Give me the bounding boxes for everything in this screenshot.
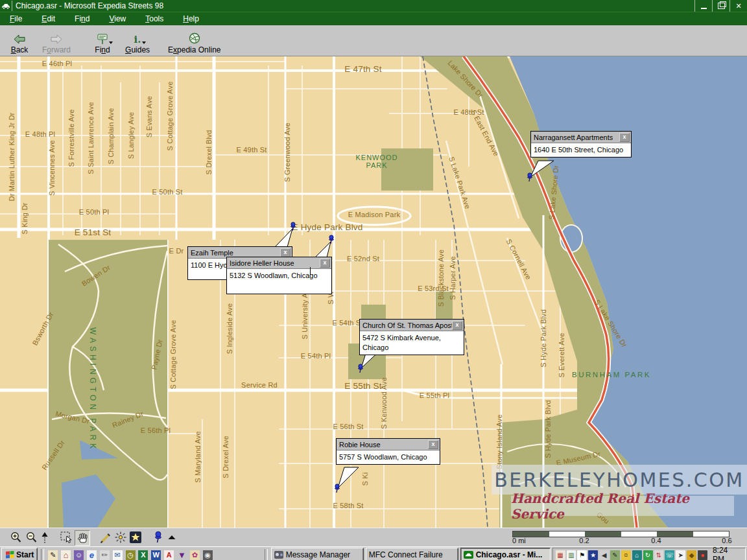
street-label: S Drexel Ave <box>222 436 230 478</box>
callout-address: 5757 S Woodlawn, Chicago <box>337 450 440 464</box>
media-icon[interactable]: ◉ <box>202 550 213 560</box>
taskbar: Start ✎ ⌂ ☺ e ✏ ✉ ◷ X W A ▼ ✿ ◉ Message … <box>0 546 747 560</box>
callout-close-button[interactable]: x <box>280 248 290 257</box>
tool-icon[interactable]: ✎ <box>610 550 620 560</box>
find-button[interactable]: Find <box>86 26 119 56</box>
screen: { "window": { "title": "Chicago.asr - Mi… <box>0 0 747 560</box>
back-button[interactable]: Back <box>3 26 36 56</box>
netmeeting-icon[interactable]: ☺ <box>73 550 84 560</box>
chart-icon[interactable]: ▥ <box>567 550 576 560</box>
task-chicago-asr[interactable]: Chicago.asr - Mi... <box>460 548 551 560</box>
internet-explorer-icon[interactable]: e <box>86 550 97 560</box>
street-label: E Madison Park <box>348 211 400 218</box>
menu-file[interactable]: File <box>0 13 32 25</box>
app-car-icon[interactable] <box>0 1 12 11</box>
flag-icon[interactable]: ⚑ <box>577 550 587 560</box>
start-button[interactable]: Start <box>1 548 38 560</box>
street-label: S Ingleside Ave <box>226 303 233 355</box>
key-icon[interactable]: ¤ <box>621 550 631 560</box>
street-label: E 48th Pl <box>25 130 55 138</box>
symbol-tool[interactable] <box>128 530 143 544</box>
calendar-icon[interactable]: ▦ <box>556 550 565 560</box>
zoom-out-tool[interactable] <box>25 530 39 544</box>
zoom-in-tool[interactable] <box>9 530 23 544</box>
callout-close-button[interactable]: x <box>619 133 630 142</box>
minimize-button[interactable] <box>694 0 712 12</box>
street-label: E 52nd St <box>347 255 379 262</box>
close-button[interactable]: ✕ <box>729 0 747 12</box>
callout-title: Narragansett Apartments <box>534 134 613 141</box>
signpost-icon <box>97 32 108 45</box>
menu-view[interactable]: View <box>99 13 136 25</box>
street-label: S Ki <box>361 472 369 486</box>
street-label: S Forrestville Ave <box>67 110 75 167</box>
brightness-tool[interactable] <box>113 530 128 544</box>
globe-icon <box>188 32 201 45</box>
street-label: S Kenwood Ave <box>380 377 388 429</box>
dropdown-arrow-icon <box>109 41 113 44</box>
expedia-online-button[interactable]: Expedia Online <box>162 26 226 56</box>
guides-button[interactable]: i. Guides <box>119 26 156 56</box>
text-cursor <box>310 267 311 275</box>
acrobat-icon[interactable]: A <box>163 550 174 560</box>
journal-icon[interactable]: ✎ <box>47 550 58 560</box>
system-tray: ▦ ▥ ⚑ ★ ◀ ✎ ¤ ⌂ ↻ ⇅ ☏ ➤ ◆ ● 8:24 PM <box>552 548 746 560</box>
street-label: S Langley Ave <box>127 112 135 159</box>
excel-icon[interactable]: X <box>137 550 148 560</box>
street-label: S Hyde Park Blvd <box>540 309 547 367</box>
desk-tools-icon[interactable]: ✏ <box>99 550 110 560</box>
highlighter-tool[interactable] <box>99 530 113 544</box>
map-callout-st-thomas[interactable]: Church Of St. Thomas Apost x 5472 S Kimb… <box>359 319 464 355</box>
callout-close-button[interactable]: x <box>452 321 462 330</box>
menu-edit[interactable]: Edit <box>32 13 65 25</box>
taskbar-divider <box>41 549 44 560</box>
map-callout-narragansett[interactable]: Narragansett Apartments x 1640 E 50th St… <box>530 131 632 158</box>
callout-title-bar: Church Of St. Thomas Apost x <box>360 320 464 331</box>
close-icon: ✕ <box>735 2 741 10</box>
forward-button[interactable]: Forward <box>36 26 77 56</box>
menu-tools[interactable]: Tools <box>136 13 173 25</box>
north-arrow-tool[interactable] <box>38 530 52 544</box>
paint-icon[interactable]: ✿ <box>189 550 200 560</box>
callout-title: Church Of St. Thomas Apost <box>362 321 452 329</box>
word-icon[interactable]: W <box>150 550 161 560</box>
callout-close-button[interactable]: x <box>428 440 438 449</box>
home-icon[interactable]: ⌂ <box>60 550 71 560</box>
scheduler-icon[interactable]: ◷ <box>125 550 136 560</box>
map-callout-robie[interactable]: Robie House x 5757 S Woodlawn, Chicago <box>336 438 440 465</box>
restore-button[interactable] <box>712 0 729 12</box>
pan-hand-tool[interactable] <box>75 530 90 546</box>
map-callout-heller[interactable]: Isidore Heller House x 5132 S Woodlawn, … <box>226 257 332 294</box>
outlook-icon[interactable]: ✉ <box>112 550 123 560</box>
street-label: E 56th Pl <box>141 426 171 434</box>
volume-icon[interactable]: ◀ <box>599 550 609 560</box>
task-mfc-connect-failure[interactable]: MFC Connect Failure <box>366 548 458 560</box>
pet-icon[interactable]: ◆ <box>687 550 696 560</box>
callout-close-button[interactable]: x <box>320 259 330 268</box>
transfer-icon[interactable]: ⇅ <box>654 550 664 560</box>
street-label: E 56th St <box>333 423 363 430</box>
phone-icon[interactable]: ☏ <box>665 550 674 560</box>
refresh-icon[interactable]: ↻ <box>643 550 653 560</box>
shield-icon[interactable]: ★ <box>588 550 598 560</box>
collapse-arrow-icon[interactable] <box>165 530 179 544</box>
street-label: E 58th St <box>333 502 363 509</box>
street-label: E 54th Pl <box>301 352 331 360</box>
select-tool[interactable] <box>60 530 74 544</box>
task-message-manager[interactable]: Message Manager <box>271 548 364 560</box>
street-label: Service Rd <box>241 381 278 389</box>
map-canvas[interactable]: E 46th Pl E 47th St E 48th Pl E 48th St … <box>0 56 747 528</box>
minimize-icon <box>701 8 707 9</box>
taskbar-clock: 8:24 PM <box>713 546 741 560</box>
traffic-light-icon[interactable]: ● <box>698 550 707 560</box>
cursor-icon[interactable]: ➤ <box>676 550 685 560</box>
home-net-icon[interactable]: ⌂ <box>632 550 642 560</box>
shortcut-icon[interactable]: ▼ <box>176 550 187 560</box>
menu-help[interactable]: Help <box>173 13 209 25</box>
street-label: E 47th St <box>344 64 381 74</box>
pushpin-tool[interactable] <box>151 530 165 544</box>
callout-title-bar: Robie House x <box>337 439 440 450</box>
park-label-burnham: BURNHAM PARK <box>572 371 651 379</box>
street-label: S Vincennes Ave <box>48 140 56 196</box>
menu-find[interactable]: Find <box>65 13 99 25</box>
